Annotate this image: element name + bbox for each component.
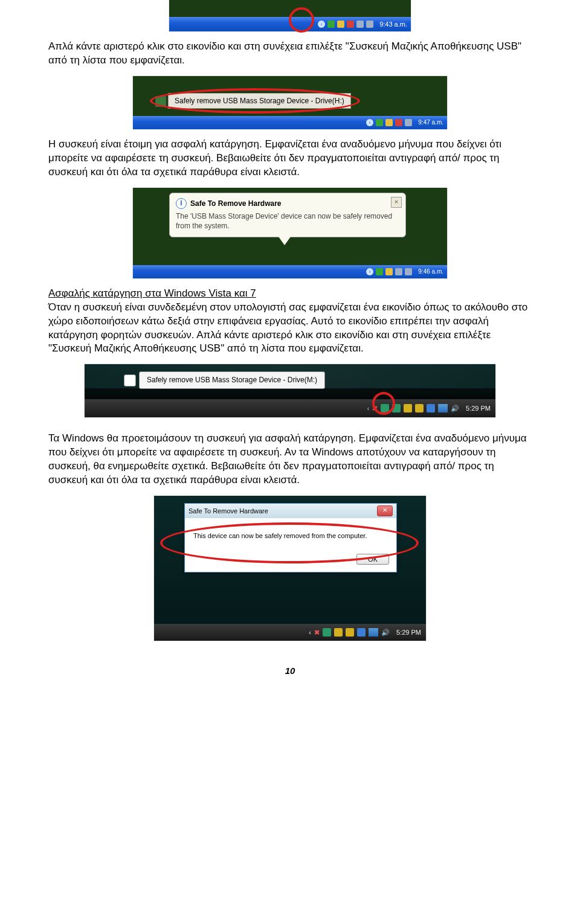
safely-remove-icon[interactable]	[376, 119, 383, 126]
safely-remove-menu-item[interactable]: Safely remove USB Mass Storage Device - …	[139, 371, 325, 388]
error-icon: ✖	[372, 404, 378, 413]
volume-icon: 🔊	[381, 628, 390, 637]
paragraph: Απλά κάντε αριστερό κλικ στο εικονίδιο κ…	[48, 40, 532, 68]
close-icon[interactable]: ×	[391, 197, 402, 208]
tray-icon	[385, 119, 393, 126]
tray-icon	[356, 21, 364, 28]
dialog-title: Safe To Remove Hardware	[188, 507, 268, 516]
clock: 9:47 a.m.	[418, 118, 443, 127]
volume-icon: 🔊	[451, 404, 459, 413]
screenshot-xp-balloon: × i Safe To Remove Hardware The 'USB Mas…	[133, 188, 447, 278]
chevron-left-icon: ‹	[366, 119, 373, 126]
xp-taskbar: ‹ 9:43 a.m.	[169, 17, 411, 31]
balloon-body: The 'USB Mass Storage Device' device can…	[176, 211, 399, 231]
tray-icon	[395, 268, 402, 275]
balloon-title: Safe To Remove Hardware	[190, 199, 282, 208]
xp-taskbar: ‹ 9:47 a.m.	[133, 116, 447, 129]
clock: 9:46 a.m.	[418, 268, 443, 276]
screenshot-vista-dialog: Safe To Remove Hardware ✕ This device ca…	[154, 496, 426, 641]
tray-icon	[395, 119, 402, 126]
chevron-left-icon: ‹	[318, 21, 325, 28]
safely-remove-icon[interactable]	[323, 628, 331, 637]
chevron-left-icon: ‹	[309, 628, 311, 637]
section-heading: Ασφαλής κατάργηση στα Windows Vista και …	[48, 287, 532, 356]
screenshot-vista-menu: Safely remove USB Mass Storage Device - …	[85, 364, 495, 417]
chevron-left-icon: ‹	[366, 268, 373, 275]
screenshot-xp-menu: Safely remove USB Mass Storage Device - …	[133, 76, 447, 129]
page-number: 10	[48, 665, 532, 677]
xp-taskbar: ‹ 9:46 a.m.	[133, 265, 447, 278]
tray-icon	[405, 268, 412, 275]
tray-icon	[385, 268, 393, 275]
tray-icon	[357, 628, 366, 637]
screenshot-xp-tray-1: ‹ 9:43 a.m.	[169, 0, 411, 31]
vista-taskbar: ‹ ✖ 🔊 5:29 PM	[85, 399, 495, 417]
tray-icon	[366, 21, 373, 28]
safely-remove-icon[interactable]	[381, 404, 389, 412]
clock: 9:43 a.m.	[379, 20, 407, 29]
network-icon	[438, 404, 448, 412]
balloon-tooltip: × i Safe To Remove Hardware The 'USB Mas…	[169, 193, 406, 237]
tray-icon	[347, 21, 354, 28]
tray-icon	[404, 404, 412, 412]
safely-remove-icon[interactable]	[376, 268, 383, 275]
annotation-oval	[160, 522, 419, 563]
close-icon[interactable]: ✕	[377, 505, 393, 516]
tray-icon	[346, 628, 354, 637]
error-icon: ✖	[314, 628, 320, 637]
annotation-oval	[150, 88, 360, 114]
chevron-left-icon: ‹	[367, 405, 369, 413]
heading-text: Ασφαλής κατάργηση στα Windows Vista και …	[48, 287, 256, 299]
paragraph: Τα Windows θα προετοιμάσουν τη συσκευή γ…	[48, 432, 532, 487]
paragraph: Η συσκευή είναι έτοιμη για ασφαλή κατάργ…	[48, 138, 532, 179]
tray-icon	[415, 404, 424, 412]
tray-icon	[334, 628, 343, 637]
tray-icon	[405, 119, 412, 126]
tray-icon	[427, 404, 435, 412]
info-icon: i	[176, 198, 187, 209]
clock: 5:29 PM	[396, 628, 421, 637]
vista-taskbar: ‹ ✖ 🔊 5:29 PM	[154, 624, 426, 641]
tray-icon	[392, 404, 401, 412]
network-icon	[369, 628, 378, 637]
paragraph: Όταν η συσκευή είναι συνδεδεμένη στον υπ…	[48, 301, 527, 355]
tray-icon	[337, 21, 344, 28]
clock: 5:29 PM	[466, 404, 491, 413]
safely-remove-icon[interactable]	[327, 21, 335, 28]
